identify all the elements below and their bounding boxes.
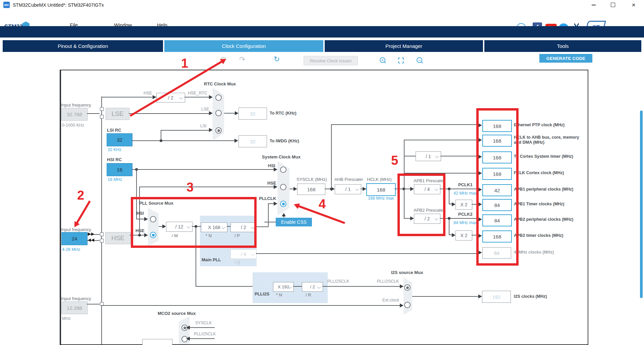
arrowhead <box>363 187 366 191</box>
redo-button[interactable]: ↷ <box>239 55 245 64</box>
i2s-plli2sclk-label: PLLI2SCLK <box>377 279 399 284</box>
hse-input-frequency-field[interactable]: 24 <box>61 232 88 245</box>
breadcrumb-separator-icon <box>17 52 27 61</box>
hse-box: HSE <box>105 232 130 244</box>
tab-project-manager[interactable]: Project Manager <box>325 40 483 52</box>
reset-clock-tree-button[interactable]: ↻ <box>274 55 280 64</box>
sysclk-source-pllclk-radio[interactable] <box>280 201 286 207</box>
sysclk-value-box[interactable]: 168 <box>297 184 325 195</box>
hse-rtc-wire-label: HSE_RTC <box>188 91 207 95</box>
vertical-scrollbar[interactable] <box>640 111 643 298</box>
zoom-out-button[interactable]: − <box>417 57 422 63</box>
i2s-source-ext-radio[interactable] <box>404 302 411 308</box>
app-icon: MX <box>3 2 10 8</box>
wire <box>101 96 102 344</box>
annotation-box-3 <box>131 197 257 248</box>
lse-input-frequency-field[interactable]: 32.768 <box>61 108 88 121</box>
arrowhead <box>88 238 91 242</box>
annotation-number-1: 1 <box>181 56 188 71</box>
tab-pinout-configuration[interactable]: Pinout & Configuration <box>3 40 163 52</box>
i2s-ckin-input-frequency-field[interactable]: 12.288 <box>61 301 88 314</box>
fclk-cortex-clock-label: FCLK Cortex clock (MHz) <box>514 170 581 176</box>
cortex-timer-divider-dropdown[interactable]: / 1 <box>416 151 441 161</box>
arrowhead <box>153 95 156 99</box>
hclk-max-label: 168 MHz max <box>368 196 394 201</box>
breadcrumb: Home STM32F407IGTx Untitled - Clock Conf… <box>0 26 644 38</box>
apb2-peripheral-clock-label: APB2 peripheral clocks (MHz) <box>514 217 581 222</box>
maximize-button[interactable] <box>605 0 620 10</box>
connector <box>100 239 104 243</box>
wire <box>268 203 274 204</box>
chevron-down-icon <box>355 187 359 191</box>
arrowhead <box>293 187 297 191</box>
wire <box>412 296 478 297</box>
hclk-value-box[interactable]: 168 <box>366 183 396 196</box>
apb1-timer-clock-label: APB1 Timer clocks (MHz) <box>514 202 581 207</box>
rtc-source-lsi-radio[interactable] <box>215 127 222 134</box>
annotation-number-2: 2 <box>77 188 84 203</box>
arrowhead <box>209 128 213 132</box>
wire <box>264 222 276 222</box>
main-pll-label: Main PLL <box>202 257 221 262</box>
wire <box>87 304 100 304</box>
lse-range-label: 0-1000 KHz <box>62 123 84 128</box>
breadcrumb-current-page[interactable]: Untitled - Clock Configuration <box>72 55 133 60</box>
close-button[interactable]: × <box>626 0 641 10</box>
i2s-source-plli2sclk-radio[interactable] <box>404 284 411 291</box>
ahb-prescaler-value: / 1 <box>345 187 351 192</box>
wire <box>190 338 215 339</box>
wire <box>139 187 274 187</box>
sysclk-source-hsi-radio[interactable] <box>280 166 286 173</box>
wire <box>101 97 156 97</box>
resolve-clock-issues-button[interactable]: Resolve Clock Issues <box>304 56 358 65</box>
wire <box>331 124 478 125</box>
maximize-icon <box>611 3 615 7</box>
hsi-value-box: 16 <box>107 163 132 176</box>
pllq-value: / 4 <box>241 252 246 257</box>
rtc-source-lse-radio[interactable] <box>215 110 222 116</box>
tab-tools[interactable]: Tools <box>484 40 641 52</box>
lsi-freq-label: 32 KHz <box>108 147 121 152</box>
minimize-button[interactable] <box>586 0 601 10</box>
enable-css-button[interactable]: Enable CSS <box>276 218 312 226</box>
to-rtc-value-box: 32 <box>238 108 267 120</box>
i2s-ckin-input-frequency-label: Input frequency <box>61 296 91 301</box>
chevron-down-icon <box>435 154 439 158</box>
breadcrumb-home[interactable]: Home <box>5 55 17 60</box>
arrowhead <box>186 337 190 341</box>
hsi-freq-label: 16 MHz <box>108 177 122 182</box>
tab-clock-configuration[interactable]: Clock Configuration <box>164 40 323 52</box>
sysclk-source-hse-radio[interactable] <box>280 184 286 190</box>
rtc-source-hse-radio[interactable] <box>215 94 222 101</box>
ahb-prescaler-dropdown[interactable]: / 1 <box>335 184 361 194</box>
arrowhead <box>91 232 94 236</box>
plli2s-r-dropdown[interactable]: / 2 <box>302 282 323 292</box>
to-rtc-label: To RTC (KHz) <box>270 111 337 116</box>
wire <box>129 113 209 114</box>
plli2s-n-suffix-label: * N <box>276 292 282 297</box>
pllq-dropdown[interactable]: / 4 <box>230 249 257 259</box>
fit-to-screen-button[interactable] <box>398 58 404 63</box>
breadcrumb-mcu[interactable]: STM32F407IGTx <box>29 55 62 60</box>
wire <box>440 218 478 219</box>
sys-hse-label: HSE <box>267 181 276 186</box>
wire <box>289 189 293 189</box>
annotation-box-outputs <box>476 108 519 266</box>
plli2s-n-dropdown[interactable]: X 192 <box>273 282 294 292</box>
arrowhead <box>282 213 286 216</box>
connector <box>100 232 104 236</box>
i2s-clocks-label: I2S clocks (MHz) <box>514 294 581 299</box>
mco2-divider-dropdown[interactable] <box>142 339 172 345</box>
i2s-ext-clock-label: Ext.clock <box>382 298 399 302</box>
zoom-in-button[interactable]: + <box>380 57 385 63</box>
hse-wire-label: HSE <box>144 91 152 95</box>
wire <box>132 169 274 170</box>
clock-48mhz-label: 48MHz clocks (MHz) <box>514 250 581 255</box>
header: STM32 CubeMX File Window Help 10 f ST <box>0 10 644 26</box>
apb2-timer-clock-label: APB2 timer clocks (MHz) <box>514 233 581 238</box>
wire <box>449 189 449 204</box>
cortex-timer-divider-value: / 1 <box>426 154 431 159</box>
generate-code-button[interactable]: GENERATE CODE <box>539 54 592 63</box>
ahb-prescaler-label: AHB Prescaler <box>334 177 363 182</box>
rtc-clock-mux-title: RTC Clock Mux <box>204 81 236 86</box>
